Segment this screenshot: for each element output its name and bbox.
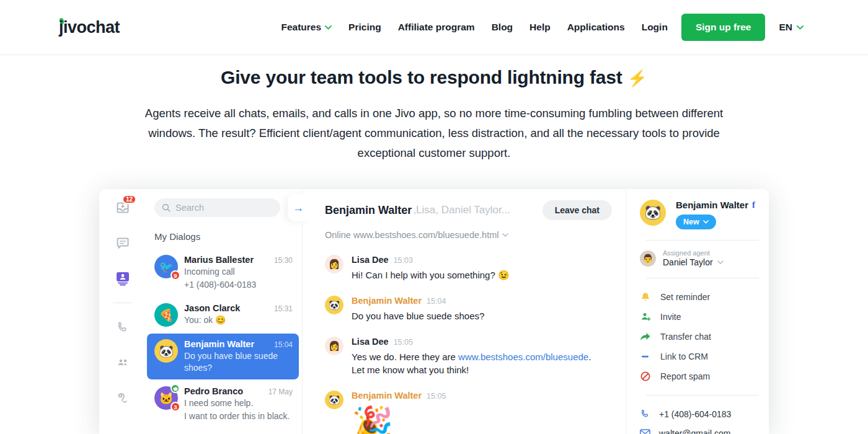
dialog-row-body: Pedro Branco17 MayI need some help.I wan… [184,386,293,422]
nav-item-help[interactable]: Help [529,22,551,33]
message-timestamp: 15:03 [394,256,413,265]
dialog-row[interactable]: 🐼Benjamin Walter15:04Do you have blue su… [147,334,299,379]
rail-divider [113,303,133,303]
visitor-status-text: Online www.bestshoes.com/bluesuede.html [325,230,498,240]
transfer-arrow-icon [640,332,651,342]
person-add-icon [640,312,651,322]
message-text: Hi! Can I help with you something? 😉 [352,268,510,281]
dialog-row[interactable]: 🍕Jason Clarck15:31You: ok 😊 [147,298,299,332]
dialogs-section-title: My Dialogs [154,231,302,242]
dialog-last-message: Incoming call [184,266,293,278]
message-avatar: 👩 [325,337,343,355]
nav-links: FeaturesPricingAffiliate programBlogHelp… [281,22,667,33]
inbox-unread-badge: 12 [122,195,136,204]
visitor-header: 🐼 Benjamin Walter f New [640,200,759,229]
dialog-list: 🐦9Marius Ballester15:30Incoming call+1 (… [146,249,302,434]
dialog-row[interactable]: 🐵Clara15 Apr [147,429,299,434]
chat-actions-list: Set reminderInviteTransfer chatLink to C… [640,287,759,386]
search-bar[interactable] [154,198,280,217]
message-author: Lisa Dee [352,255,389,265]
dialog-avatar: 🐼 [154,339,178,363]
action-transfer-chat[interactable]: Transfer chat [640,327,759,347]
action-set-reminder[interactable]: Set reminder [640,287,759,307]
chat-message: 👩Lisa Dee15:03Hi! Can I help with you so… [325,255,626,281]
arrow-right-icon: → [293,202,304,215]
collapse-panel-handle[interactable]: → [288,194,309,221]
facebook-icon: f [752,200,755,210]
dialog-timestamp: 15:31 [274,304,293,313]
nav-item-label: Affiliate program [398,22,475,33]
sign-up-free-button[interactable]: Sign up free [681,14,766,41]
visitor-avatar: 🐼 [640,200,666,226]
chat-message: 👩Lisa Dee15:05Yes we do. Here they are w… [325,337,626,376]
dialog-timestamp: 15:04 [274,340,293,349]
visitor-phone[interactable]: +1 (408)-604-0183 [640,404,759,423]
dialogs-panel: My Dialogs 🐦9Marius Ballester15:30Incomi… [146,189,302,434]
message-avatar: 🐼 [325,391,343,409]
chat-message: 🐼Benjamin Walter15:04Do you have blue su… [325,296,626,322]
inbox-icon[interactable]: 12 [115,200,131,216]
contacts-icon-active[interactable] [115,270,131,286]
message-avatar: 👩 [325,255,343,273]
apple-chat-badge-icon [170,384,180,393]
visitor-email-address: walter@gmail.com [659,428,730,434]
dialog-contact-name: Jason Clarck [184,303,270,313]
visitor-status-dropdown[interactable]: Online www.bestshoes.com/bluesuede.html [325,230,626,240]
chevron-down-icon [325,25,332,30]
visitor-name: Benjamin Walter f [676,200,755,210]
message-timestamp: 15:05 [394,338,413,347]
message-text: Do you have blue suede shoes? [352,309,484,322]
action-label: Invite [660,312,681,322]
assigned-agent-selector[interactable]: 👨 Assigned agent Daniel Taylor [640,249,759,267]
chat-participants: ,Lisa, Daniel Taylor... [413,204,542,216]
phone-icon [640,409,650,419]
nav-item-applications[interactable]: Applications [567,22,625,33]
phone-icon[interactable] [115,319,131,335]
assigned-agent-name: Daniel Taylor [663,257,724,267]
nav-item-blog[interactable]: Blog [492,22,513,33]
language-selector[interactable]: EN [779,22,804,33]
app-icon-rail: 12 [99,189,146,434]
dialog-avatar: 🐦9 [154,255,178,278]
message-timestamp: 15:04 [427,297,446,306]
search-input[interactable] [175,203,256,213]
party-popper-emoji: 🎉 [352,405,446,434]
message-timestamp: 15:05 [427,392,446,401]
nav-item-affiliate-program[interactable]: Affiliate program [398,22,475,33]
chat-panel: → Benjamin Walter ,Lisa, Daniel Taylor..… [302,189,626,434]
dialog-contact-name: Marius Ballester [184,255,270,265]
jivochat-logo[interactable]: jivochat [59,18,120,37]
leave-chat-button[interactable]: Leave chat [542,200,612,220]
team-icon[interactable] [115,355,131,371]
search-icon [162,203,170,212]
nav-item-pricing[interactable]: Pricing [348,22,381,33]
nav-item-features[interactable]: Features [281,22,332,33]
message-author: Lisa Dee [352,337,389,347]
dialog-timestamp: 17 May [268,388,293,396]
message-list: 👩Lisa Dee15:03Hi! Can I help with you so… [325,255,626,434]
logo-text: jivochat [59,18,120,37]
dialog-row[interactable]: 🐦9Marius Ballester15:30Incoming call+1 (… [147,249,299,296]
chat-state-dropdown[interactable]: New [676,215,716,229]
chat-message: 🐼Benjamin Walter15:05🎉 [325,391,626,434]
nav-item-label: Login [642,22,668,33]
language-label: EN [779,22,792,33]
message-link[interactable]: www.bestshoes.com/bluesuede [458,352,588,362]
integrations-icon[interactable] [115,390,131,406]
chats-icon[interactable] [115,235,131,251]
dialog-last-message: +1 (408)-604-0183 [184,279,293,291]
dialog-row[interactable]: 🐱3Pedro Branco17 MayI need some help.I w… [147,381,299,428]
visitor-email[interactable]: walter@gmail.com [640,423,759,434]
dialog-row-body: Benjamin Walter15:04Do you have blue sue… [184,339,293,374]
action-link-to-crm[interactable]: Link to CRM [640,347,759,366]
message-text: Yes we do. Here they are www.bestshoes.c… [352,350,591,376]
message-author: Benjamin Walter [352,391,422,401]
dialog-contact-name: Benjamin Walter [184,339,270,349]
action-invite[interactable]: Invite [640,307,759,327]
action-report-spam[interactable]: Report spam [640,366,759,386]
nav-item-label: Pricing [348,22,381,33]
nav-item-login[interactable]: Login [642,22,668,33]
dialog-contact-name: Pedro Branco [184,386,265,396]
unread-count-badge: 3 [170,402,180,412]
envelope-icon [640,429,650,434]
